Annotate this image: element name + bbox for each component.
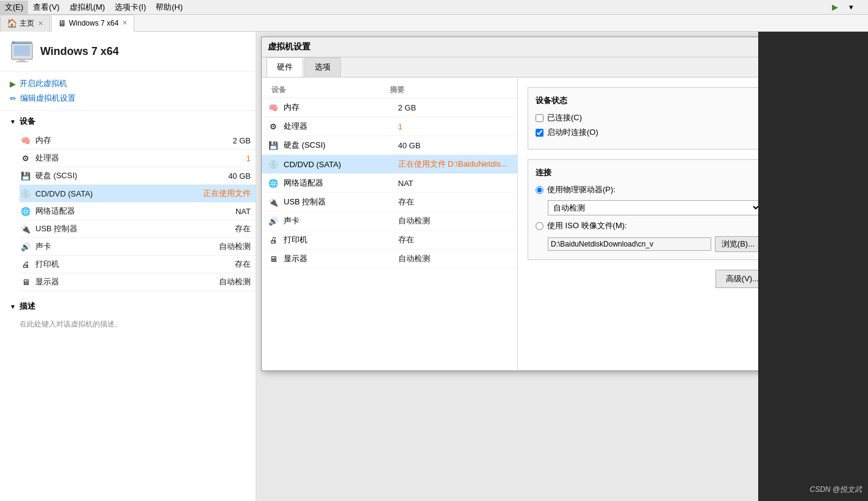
dialog-body: 设备 摘要 🧠 内存 2 GB ⚙ 处理器 1 � xyxy=(262,77,779,370)
desc-triangle-icon: ▼ xyxy=(10,303,16,310)
hdd-name: 硬盘 (SCSI) xyxy=(35,170,228,181)
tab-win7-label: Windows 7 x64 xyxy=(69,19,118,27)
tab-home-close[interactable]: ✕ xyxy=(38,20,43,27)
dialog-device-memory[interactable]: 🧠 内存 2 GB xyxy=(262,98,517,117)
dialog-right-panel: 设备状态 已连接(C) 启动时连接(O) 连接 xyxy=(518,77,779,370)
d-sound-name: 声卡 xyxy=(284,215,398,226)
iso-path-input[interactable] xyxy=(548,237,711,251)
cdvd-icon: 💿 xyxy=(20,189,32,198)
cdvd-name: CD/DVD (SATA) xyxy=(35,189,203,198)
device-cdvd[interactable]: 💿 CD/DVD (SATA) 正在使用文件 xyxy=(20,185,256,203)
connection-section: 连接 使用物理驱动器(P): 自动检测 xyxy=(528,159,769,260)
dialog-device-printer[interactable]: 🖨 打印机 存在 xyxy=(262,231,517,250)
device-display[interactable]: 🖥 显示器 自动检测 xyxy=(20,273,256,291)
dialog-device-display[interactable]: 🖥 显示器 自动检测 xyxy=(262,250,517,269)
edit-settings-label: 编辑虚拟机设置 xyxy=(20,93,76,104)
dialog-device-hdd[interactable]: 💾 硬盘 (SCSI) 40 GB xyxy=(262,136,517,155)
display-icon: 🖥 xyxy=(20,278,32,287)
display-value: 自动检测 xyxy=(219,276,251,287)
tab-win7-close[interactable]: ✕ xyxy=(122,19,127,27)
physical-label[interactable]: 使用物理驱动器(P): xyxy=(547,184,615,195)
devices-label: 设备 xyxy=(20,116,35,127)
sound-value: 自动检测 xyxy=(219,241,251,252)
connected-label[interactable]: 已连接(C) xyxy=(547,112,582,123)
csdn-watermark: CSDN @悦文武 xyxy=(809,485,862,495)
dialog-device-usb[interactable]: 🔌 USB 控制器 存在 xyxy=(262,193,517,212)
memory-name: 内存 xyxy=(35,135,232,146)
dialog-tab-options[interactable]: 选项 xyxy=(304,57,341,77)
network-icon: 🌐 xyxy=(20,207,32,216)
display-name: 显示器 xyxy=(35,276,219,287)
iso-radio[interactable] xyxy=(536,222,543,230)
advanced-row: 高级(V)... xyxy=(528,270,769,288)
dialog-device-sound[interactable]: 🔊 声卡 自动检测 xyxy=(262,212,517,231)
device-sound[interactable]: 🔊 声卡 自动检测 xyxy=(20,238,256,256)
device-memory[interactable]: 🧠 内存 2 GB xyxy=(20,132,256,150)
description-header[interactable]: ▼ 描述 xyxy=(10,296,246,317)
dialog-titlebar: 虚拟机设置 ✕ xyxy=(262,37,779,57)
svg-rect-5 xyxy=(12,41,32,44)
start-vm-label: 开启此虚拟机 xyxy=(20,78,67,89)
svg-rect-1 xyxy=(14,46,30,56)
browse-button[interactable]: 浏览(B)... xyxy=(715,236,761,252)
tab-home[interactable]: 🏠 主页 ✕ xyxy=(0,15,50,32)
d-usb-name: USB 控制器 xyxy=(284,196,398,207)
iso-label[interactable]: 使用 ISO 映像文件(M): xyxy=(547,220,627,231)
startup-checkbox[interactable] xyxy=(536,129,543,137)
device-state-section: 设备状态 已连接(C) 启动时连接(O) xyxy=(528,87,769,150)
device-cpu[interactable]: ⚙ 处理器 1 xyxy=(20,150,256,167)
devices-section-header[interactable]: ▼ 设备 xyxy=(0,111,256,132)
drive-select[interactable]: 自动检测 xyxy=(548,200,761,215)
device-printer[interactable]: 🖨 打印机 存在 xyxy=(20,256,256,273)
dialog-device-cpu[interactable]: ⚙ 处理器 1 xyxy=(262,117,517,136)
edit-icon: ✏ xyxy=(10,94,16,103)
menu-bar: 文(E) 查看(V) 虚拟机(M) 选项卡(I) 帮助(H) ▶ ▾ xyxy=(0,0,868,15)
vm-settings-dialog: 虚拟机设置 ✕ 硬件 选项 设备 摘要 🧠 xyxy=(261,37,780,371)
connection-title: 连接 xyxy=(536,167,761,178)
main-layout: Windows 7 x64 ▶ 开启此虚拟机 ✏ 编辑虚拟机设置 ▼ 设备 🧠 … xyxy=(0,32,868,501)
dialog-device-cdvd[interactable]: 💿 CD/DVD (SATA) 正在使用文件 D:\BaiduNetdis... xyxy=(262,155,517,174)
device-network[interactable]: 🌐 网络适配器 NAT xyxy=(20,203,256,220)
usb-name: USB 控制器 xyxy=(35,223,235,234)
actions-section: ▶ 开启此虚拟机 ✏ 编辑虚拟机设置 xyxy=(0,71,256,111)
d-hdd-summary: 40 GB xyxy=(398,141,513,150)
tab-win7[interactable]: 🖥 Windows 7 x64 ✕ xyxy=(51,15,134,32)
menu-item-vm[interactable]: 虚拟机(M) xyxy=(65,1,110,14)
vm-icon: 🖥 xyxy=(58,18,66,28)
edit-settings-link[interactable]: ✏ 编辑虚拟机设置 xyxy=(10,91,246,106)
d-sound-summary: 自动检测 xyxy=(398,215,513,226)
play-button[interactable]: ▶ xyxy=(827,1,843,13)
dialog-device-network[interactable]: 🌐 网络适配器 NAT xyxy=(262,174,517,193)
startup-label[interactable]: 启动时连接(O) xyxy=(547,127,598,138)
device-usb[interactable]: 🔌 USB 控制器 存在 xyxy=(20,220,256,238)
printer-value: 存在 xyxy=(235,259,251,270)
play-dropdown[interactable]: ▾ xyxy=(844,1,858,13)
d-network-icon: 🌐 xyxy=(267,179,280,188)
connected-checkbox[interactable] xyxy=(536,114,543,122)
d-cdvd-summary: 正在使用文件 D:\BaiduNetdis... xyxy=(398,159,513,170)
tab-bar: 🏠 主页 ✕ 🖥 Windows 7 x64 ✕ xyxy=(0,15,868,32)
d-printer-name: 打印机 xyxy=(284,234,398,245)
device-state-title: 设备状态 xyxy=(536,95,761,106)
description-label: 描述 xyxy=(20,301,35,312)
header-device: 设备 xyxy=(271,85,390,95)
dialog-tab-hardware[interactable]: 硬件 xyxy=(267,57,303,77)
d-printer-summary: 存在 xyxy=(398,234,513,245)
menu-item-file[interactable]: 文(E) xyxy=(0,1,28,14)
startup-row: 启动时连接(O) xyxy=(536,127,761,138)
description-section: ▼ 描述 在此处键入对该虚拟机的描述。 xyxy=(0,291,256,334)
connected-row: 已连接(C) xyxy=(536,112,761,123)
dialog-device-header: 设备 摘要 xyxy=(262,82,517,98)
d-display-summary: 自动检测 xyxy=(398,253,513,264)
device-hdd[interactable]: 💾 硬盘 (SCSI) 40 GB xyxy=(20,167,256,185)
sidebar: Windows 7 x64 ▶ 开启此虚拟机 ✏ 编辑虚拟机设置 ▼ 设备 🧠 … xyxy=(0,32,256,501)
menu-item-view[interactable]: 查看(V) xyxy=(28,1,64,14)
svg-rect-3 xyxy=(16,61,28,62)
vm-header: Windows 7 x64 xyxy=(0,32,256,71)
physical-radio[interactable] xyxy=(536,186,543,194)
start-vm-link[interactable]: ▶ 开启此虚拟机 xyxy=(10,76,246,91)
menu-item-tab[interactable]: 选项卡(I) xyxy=(110,1,151,14)
d-network-name: 网络适配器 xyxy=(284,178,398,189)
menu-item-help[interactable]: 帮助(H) xyxy=(151,1,187,14)
sound-name: 声卡 xyxy=(35,241,219,252)
